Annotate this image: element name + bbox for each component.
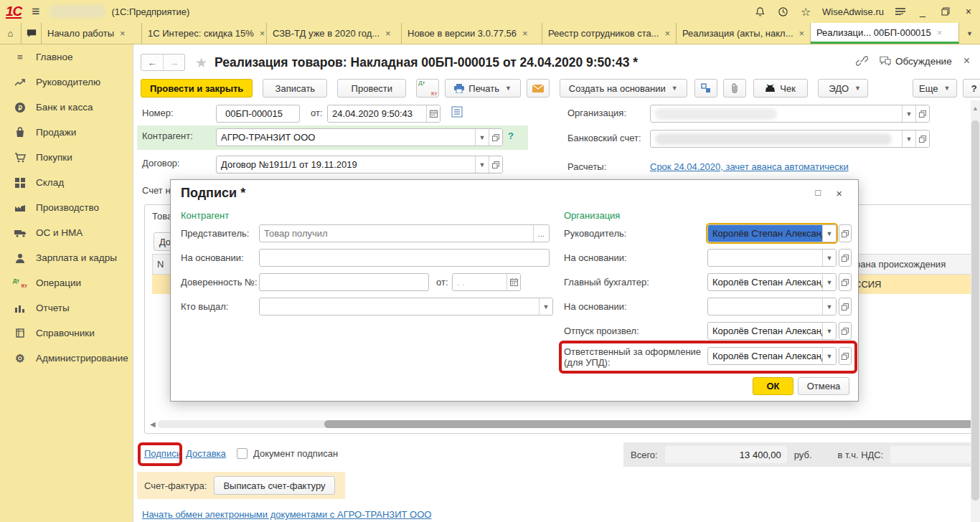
sidebar-item-manager[interactable]: Руководителю bbox=[0, 70, 133, 95]
sidebar-item-warehouse[interactable]: Склад bbox=[0, 170, 133, 195]
back-arrow-icon[interactable]: ← bbox=[141, 54, 163, 70]
col-header-country-partial[interactable]: рана происхождения bbox=[850, 254, 980, 275]
issued-by-field[interactable]: ▼ bbox=[259, 298, 553, 315]
main-vertical-scrollbar[interactable]: ▲ bbox=[971, 100, 980, 522]
dt-kt-button[interactable]: Дт Кт bbox=[416, 79, 439, 98]
cancel-button[interactable]: Отмена bbox=[798, 377, 849, 395]
help-button[interactable]: ? bbox=[963, 79, 980, 98]
history-icon[interactable] bbox=[776, 5, 789, 18]
col-header-n[interactable]: N bbox=[152, 254, 172, 275]
tab-close-icon[interactable]: × bbox=[260, 28, 265, 39]
date-field[interactable]: 24.04.2020 9:50:43 bbox=[327, 105, 440, 123]
home-tab-icon[interactable]: ⌂ bbox=[0, 23, 22, 44]
open-item-icon[interactable] bbox=[915, 105, 929, 122]
settlements-link[interactable]: Срок 24.04.2020, зачет аванса автоматиче… bbox=[650, 161, 849, 172]
table-horizontal-scrollbar[interactable]: ◀ ▶ bbox=[148, 419, 980, 429]
attachments-button[interactable] bbox=[723, 79, 746, 98]
chevron-down-icon[interactable]: ▼ bbox=[822, 250, 836, 266]
sidebar-item-sales[interactable]: Продажи bbox=[0, 120, 133, 145]
tab-close-icon[interactable]: × bbox=[799, 28, 805, 39]
open-item-icon[interactable] bbox=[839, 298, 852, 315]
print-button[interactable]: Печать▼ bbox=[445, 79, 521, 98]
basis2-field[interactable]: ▼ bbox=[707, 249, 837, 267]
chevron-down-icon[interactable]: ▼ bbox=[822, 348, 836, 364]
responsible-field[interactable]: Королёв Степан Александ ▼ bbox=[707, 347, 837, 365]
vscroll-thumb[interactable] bbox=[971, 120, 979, 500]
sidebar-item-main[interactable]: ≡Главное bbox=[0, 44, 133, 70]
discussion-button[interactable]: Обсуждение bbox=[880, 56, 952, 67]
poa-number-input[interactable] bbox=[264, 274, 424, 290]
tab-start[interactable]: Начало работы× bbox=[42, 23, 142, 44]
sidebar-item-bank[interactable]: ₽Банк и касса bbox=[0, 95, 133, 120]
structure-button[interactable] bbox=[694, 79, 717, 98]
minimize-button[interactable]: _ bbox=[917, 6, 928, 17]
tab-goods-partial[interactable]: Това bbox=[152, 211, 172, 222]
basis-field[interactable] bbox=[259, 249, 550, 267]
ok-button[interactable]: ОК bbox=[753, 377, 793, 395]
maximize-button[interactable] bbox=[938, 7, 953, 16]
chevron-down-icon[interactable]: ▼ bbox=[475, 129, 489, 146]
table-row-cell[interactable] bbox=[152, 275, 172, 294]
tab-1c-interest[interactable]: 1С Интерес: скидка 15%× bbox=[142, 23, 267, 44]
poa-date-field[interactable]: . . bbox=[452, 273, 521, 291]
main-menu-icon[interactable]: ≡ bbox=[32, 4, 39, 19]
chevron-down-icon[interactable]: ▼ bbox=[902, 130, 915, 147]
tab-szvtd[interactable]: СЗВ-ТД уже в 2020 год...× bbox=[267, 23, 402, 44]
manager-field[interactable]: Королёв Степан Александ ▼ bbox=[707, 224, 837, 242]
organization-field[interactable]: ▼ bbox=[650, 105, 930, 123]
check-button[interactable]: Чек bbox=[753, 79, 808, 98]
email-button[interactable] bbox=[527, 79, 550, 98]
open-item-icon[interactable] bbox=[839, 249, 852, 267]
delivery-link[interactable]: Доставка bbox=[186, 448, 226, 459]
more-button[interactable]: Еще▼ bbox=[913, 79, 957, 98]
signatures-link[interactable]: Подписи bbox=[144, 448, 182, 459]
hscroll-thumb[interactable] bbox=[324, 420, 980, 428]
basis3-field[interactable]: ▼ bbox=[707, 298, 837, 315]
number-field[interactable] bbox=[216, 105, 300, 123]
edi-exchange-link[interactable]: Начать обмен электронными документами с … bbox=[142, 509, 431, 520]
open-item-icon[interactable] bbox=[489, 156, 502, 173]
ellipsis-button[interactable]: ... bbox=[533, 225, 549, 242]
tab-close-icon[interactable]: × bbox=[665, 28, 671, 39]
chief-accountant-field[interactable]: Королёв Степан Александ ▼ bbox=[707, 273, 837, 291]
counterparty-check-icon[interactable]: ? bbox=[508, 130, 514, 141]
document-signed-checkbox[interactable] bbox=[237, 448, 248, 459]
calendar-icon[interactable] bbox=[507, 274, 520, 290]
favorite-star-icon[interactable]: ★ bbox=[195, 54, 207, 71]
chevron-down-icon[interactable]: ▼ bbox=[822, 323, 836, 339]
open-item-icon[interactable] bbox=[839, 273, 852, 291]
discussions-tab-icon[interactable] bbox=[22, 23, 42, 44]
representative-field[interactable]: ... bbox=[259, 224, 550, 242]
poa-number-field[interactable] bbox=[259, 273, 429, 291]
sidebar-item-administration[interactable]: ⚙Администрирование bbox=[0, 346, 133, 371]
close-document-icon[interactable]: × bbox=[963, 54, 970, 67]
tab-sales-list[interactable]: Реализация (акты, накл...× bbox=[677, 23, 811, 44]
sidebar-item-purchases[interactable]: Покупки bbox=[0, 145, 133, 170]
chevron-down-icon[interactable]: ▼ bbox=[475, 156, 489, 173]
calendar-icon[interactable] bbox=[426, 105, 440, 122]
counterparty-field[interactable]: АГРО-ТРАНЗИТ ООО ▼ bbox=[216, 128, 503, 146]
scroll-up-icon[interactable]: ▲ bbox=[972, 105, 979, 112]
edo-button[interactable]: ЭДО▼ bbox=[818, 79, 868, 98]
tab-close-icon[interactable]: × bbox=[120, 28, 126, 39]
basis-input[interactable] bbox=[264, 250, 545, 266]
document-list-icon[interactable] bbox=[451, 106, 463, 118]
number-input[interactable] bbox=[221, 105, 295, 122]
close-window-button[interactable]: × bbox=[963, 6, 974, 17]
tab-close-icon[interactable]: × bbox=[385, 28, 391, 39]
contract-field[interactable]: Договор №1911/1 от 19.11.2019 ▼ bbox=[216, 156, 503, 174]
sidebar-item-directories[interactable]: Справочники bbox=[0, 321, 133, 346]
scroll-left-icon[interactable]: ◀ bbox=[148, 420, 158, 428]
dialog-close-icon[interactable]: × bbox=[836, 187, 842, 199]
chevron-down-icon[interactable]: ▼ bbox=[822, 274, 836, 290]
post-button[interactable]: Провести bbox=[337, 79, 406, 98]
tab-close-icon[interactable]: × bbox=[937, 27, 943, 38]
issue-invoice-button[interactable]: Выписать счет-фактуру bbox=[214, 476, 334, 495]
representative-input[interactable] bbox=[264, 225, 529, 242]
post-and-close-button[interactable]: Провести и закрыть bbox=[141, 79, 253, 98]
chevron-down-icon[interactable]: ▼ bbox=[822, 298, 836, 315]
tab-register[interactable]: Реестр сотрудников ста...× bbox=[542, 23, 677, 44]
chevron-down-icon[interactable]: ▼ bbox=[902, 105, 915, 122]
table-row-country-partial[interactable]: ССИЯ bbox=[850, 275, 980, 294]
create-based-on-button[interactable]: Создать на основании▼ bbox=[560, 79, 687, 98]
